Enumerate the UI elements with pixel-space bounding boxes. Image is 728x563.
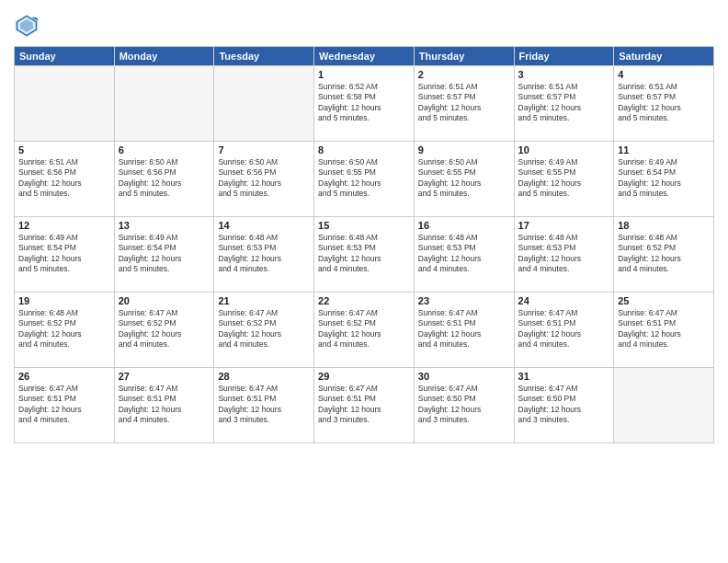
day-number: 21 <box>218 295 310 306</box>
day-number: 9 <box>418 144 510 155</box>
day-number: 14 <box>218 220 310 231</box>
day-number: 17 <box>518 220 610 231</box>
weekday-header-monday: Monday <box>114 47 214 66</box>
calendar-cell: 1Sunrise: 6:52 AM Sunset: 6:58 PM Daylig… <box>314 66 415 142</box>
day-number: 20 <box>119 295 210 306</box>
calendar-cell: 31Sunrise: 6:47 AM Sunset: 6:50 PM Dayli… <box>514 368 614 443</box>
calendar-week-1: 1Sunrise: 6:52 AM Sunset: 6:58 PM Daylig… <box>15 66 714 142</box>
day-detail: Sunrise: 6:50 AM Sunset: 6:56 PM Dayligh… <box>218 157 310 200</box>
day-number: 16 <box>418 220 510 231</box>
calendar-cell: 22Sunrise: 6:47 AM Sunset: 6:52 PM Dayli… <box>314 293 415 368</box>
header <box>14 9 714 39</box>
day-number: 7 <box>218 144 310 155</box>
calendar-cell: 17Sunrise: 6:48 AM Sunset: 6:53 PM Dayli… <box>514 217 614 293</box>
day-number: 18 <box>618 220 710 231</box>
calendar-cell: 14Sunrise: 6:48 AM Sunset: 6:53 PM Dayli… <box>214 217 314 293</box>
calendar-cell: 7Sunrise: 6:50 AM Sunset: 6:56 PM Daylig… <box>214 142 314 217</box>
calendar-cell: 28Sunrise: 6:47 AM Sunset: 6:51 PM Dayli… <box>214 368 314 443</box>
day-detail: Sunrise: 6:49 AM Sunset: 6:55 PM Dayligh… <box>518 157 610 200</box>
day-detail: Sunrise: 6:51 AM Sunset: 6:56 PM Dayligh… <box>18 157 110 200</box>
day-number: 26 <box>18 371 110 382</box>
calendar-cell: 16Sunrise: 6:48 AM Sunset: 6:53 PM Dayli… <box>414 217 514 293</box>
calendar-cell: 26Sunrise: 6:47 AM Sunset: 6:51 PM Dayli… <box>15 368 115 443</box>
weekday-header-tuesday: Tuesday <box>214 47 314 66</box>
day-number: 27 <box>119 371 210 382</box>
calendar-cell: 4Sunrise: 6:51 AM Sunset: 6:57 PM Daylig… <box>614 66 714 142</box>
day-number: 15 <box>318 220 410 231</box>
day-number: 28 <box>218 371 310 382</box>
day-detail: Sunrise: 6:47 AM Sunset: 6:52 PM Dayligh… <box>119 308 210 350</box>
day-detail: Sunrise: 6:47 AM Sunset: 6:51 PM Dayligh… <box>218 384 310 426</box>
day-number: 24 <box>518 295 610 306</box>
day-detail: Sunrise: 6:47 AM Sunset: 6:51 PM Dayligh… <box>119 384 210 426</box>
day-number: 3 <box>518 69 610 80</box>
calendar-body: 1Sunrise: 6:52 AM Sunset: 6:58 PM Daylig… <box>15 66 714 443</box>
day-detail: Sunrise: 6:51 AM Sunset: 6:57 PM Dayligh… <box>618 82 710 124</box>
day-detail: Sunrise: 6:47 AM Sunset: 6:52 PM Dayligh… <box>218 308 310 350</box>
calendar-cell: 8Sunrise: 6:50 AM Sunset: 6:55 PM Daylig… <box>314 142 415 217</box>
day-detail: Sunrise: 6:47 AM Sunset: 6:51 PM Dayligh… <box>518 308 610 350</box>
day-detail: Sunrise: 6:47 AM Sunset: 6:52 PM Dayligh… <box>318 308 410 350</box>
day-detail: Sunrise: 6:48 AM Sunset: 6:52 PM Dayligh… <box>18 308 110 350</box>
calendar-cell: 3Sunrise: 6:51 AM Sunset: 6:57 PM Daylig… <box>514 66 614 142</box>
calendar-cell: 20Sunrise: 6:47 AM Sunset: 6:52 PM Dayli… <box>114 293 214 368</box>
day-detail: Sunrise: 6:49 AM Sunset: 6:54 PM Dayligh… <box>119 233 210 275</box>
calendar-cell: 6Sunrise: 6:50 AM Sunset: 6:56 PM Daylig… <box>114 142 214 217</box>
weekday-header-saturday: Saturday <box>614 47 714 66</box>
calendar-week-3: 12Sunrise: 6:49 AM Sunset: 6:54 PM Dayli… <box>15 217 714 293</box>
calendar-cell <box>15 66 115 142</box>
calendar-header: SundayMondayTuesdayWednesdayThursdayFrid… <box>15 47 714 66</box>
day-detail: Sunrise: 6:51 AM Sunset: 6:57 PM Dayligh… <box>518 82 610 124</box>
day-number: 11 <box>618 144 710 155</box>
page: SundayMondayTuesdayWednesdayThursdayFrid… <box>0 0 728 563</box>
calendar-cell: 12Sunrise: 6:49 AM Sunset: 6:54 PM Dayli… <box>15 217 115 293</box>
calendar-cell: 10Sunrise: 6:49 AM Sunset: 6:55 PM Dayli… <box>514 142 614 217</box>
day-detail: Sunrise: 6:48 AM Sunset: 6:53 PM Dayligh… <box>518 233 610 275</box>
calendar-cell: 11Sunrise: 6:49 AM Sunset: 6:54 PM Dayli… <box>614 142 714 217</box>
day-number: 22 <box>318 295 410 306</box>
day-number: 6 <box>119 144 210 155</box>
day-number: 2 <box>418 69 510 80</box>
day-number: 29 <box>318 371 410 382</box>
calendar-cell: 29Sunrise: 6:47 AM Sunset: 6:51 PM Dayli… <box>314 368 415 443</box>
day-detail: Sunrise: 6:48 AM Sunset: 6:53 PM Dayligh… <box>418 233 510 275</box>
day-detail: Sunrise: 6:51 AM Sunset: 6:57 PM Dayligh… <box>418 82 510 124</box>
day-detail: Sunrise: 6:47 AM Sunset: 6:51 PM Dayligh… <box>618 308 710 350</box>
day-number: 25 <box>618 295 710 306</box>
logo-icon <box>14 13 40 39</box>
calendar-cell: 25Sunrise: 6:47 AM Sunset: 6:51 PM Dayli… <box>614 293 714 368</box>
day-number: 4 <box>618 69 710 80</box>
calendar-cell <box>114 66 214 142</box>
day-detail: Sunrise: 6:49 AM Sunset: 6:54 PM Dayligh… <box>618 157 710 200</box>
calendar-cell: 13Sunrise: 6:49 AM Sunset: 6:54 PM Dayli… <box>114 217 214 293</box>
calendar-cell: 23Sunrise: 6:47 AM Sunset: 6:51 PM Dayli… <box>414 293 514 368</box>
calendar-cell: 5Sunrise: 6:51 AM Sunset: 6:56 PM Daylig… <box>15 142 115 217</box>
calendar-cell: 2Sunrise: 6:51 AM Sunset: 6:57 PM Daylig… <box>414 66 514 142</box>
day-detail: Sunrise: 6:50 AM Sunset: 6:55 PM Dayligh… <box>318 157 410 200</box>
day-detail: Sunrise: 6:50 AM Sunset: 6:56 PM Dayligh… <box>119 157 210 200</box>
day-number: 8 <box>318 144 410 155</box>
calendar-table: SundayMondayTuesdayWednesdayThursdayFrid… <box>14 46 714 443</box>
weekday-header-row: SundayMondayTuesdayWednesdayThursdayFrid… <box>15 47 714 66</box>
calendar-cell: 19Sunrise: 6:48 AM Sunset: 6:52 PM Dayli… <box>15 293 115 368</box>
day-number: 12 <box>18 220 110 231</box>
day-number: 31 <box>518 371 610 382</box>
weekday-header-friday: Friday <box>514 47 614 66</box>
day-detail: Sunrise: 6:47 AM Sunset: 6:50 PM Dayligh… <box>518 384 610 426</box>
day-number: 19 <box>18 295 110 306</box>
day-detail: Sunrise: 6:47 AM Sunset: 6:51 PM Dayligh… <box>318 384 410 426</box>
day-detail: Sunrise: 6:47 AM Sunset: 6:51 PM Dayligh… <box>418 308 510 350</box>
calendar-cell: 30Sunrise: 6:47 AM Sunset: 6:50 PM Dayli… <box>414 368 514 443</box>
day-detail: Sunrise: 6:49 AM Sunset: 6:54 PM Dayligh… <box>18 233 110 275</box>
day-detail: Sunrise: 6:48 AM Sunset: 6:53 PM Dayligh… <box>318 233 410 275</box>
calendar-cell: 24Sunrise: 6:47 AM Sunset: 6:51 PM Dayli… <box>514 293 614 368</box>
day-detail: Sunrise: 6:52 AM Sunset: 6:58 PM Dayligh… <box>318 82 410 124</box>
weekday-header-sunday: Sunday <box>15 47 115 66</box>
day-number: 23 <box>418 295 510 306</box>
calendar-cell: 21Sunrise: 6:47 AM Sunset: 6:52 PM Dayli… <box>214 293 314 368</box>
calendar-week-5: 26Sunrise: 6:47 AM Sunset: 6:51 PM Dayli… <box>15 368 714 443</box>
logo <box>14 13 43 39</box>
day-number: 5 <box>18 144 110 155</box>
weekday-header-thursday: Thursday <box>414 47 514 66</box>
calendar-cell: 27Sunrise: 6:47 AM Sunset: 6:51 PM Dayli… <box>114 368 214 443</box>
